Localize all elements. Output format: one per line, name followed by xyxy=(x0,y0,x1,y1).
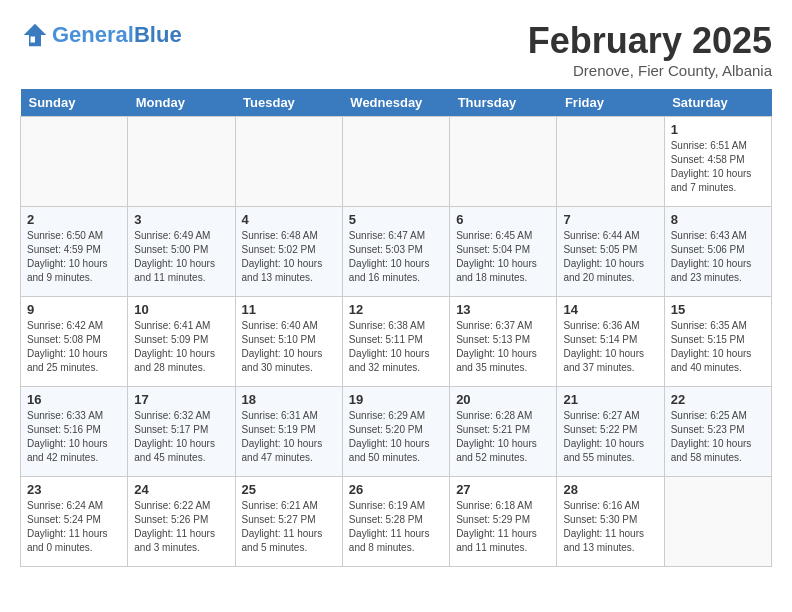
day-info: Sunrise: 6:41 AM Sunset: 5:09 PM Dayligh… xyxy=(134,319,228,375)
week-row-2: 9Sunrise: 6:42 AM Sunset: 5:08 PM Daylig… xyxy=(21,297,772,387)
header-day-tuesday: Tuesday xyxy=(235,89,342,117)
day-number: 17 xyxy=(134,392,228,407)
header-day-wednesday: Wednesday xyxy=(342,89,449,117)
day-info: Sunrise: 6:51 AM Sunset: 4:58 PM Dayligh… xyxy=(671,139,765,195)
day-info: Sunrise: 6:19 AM Sunset: 5:28 PM Dayligh… xyxy=(349,499,443,555)
day-info: Sunrise: 6:40 AM Sunset: 5:10 PM Dayligh… xyxy=(242,319,336,375)
location: Drenove, Fier County, Albania xyxy=(528,62,772,79)
day-info: Sunrise: 6:29 AM Sunset: 5:20 PM Dayligh… xyxy=(349,409,443,465)
day-info: Sunrise: 6:36 AM Sunset: 5:14 PM Dayligh… xyxy=(563,319,657,375)
day-info: Sunrise: 6:22 AM Sunset: 5:26 PM Dayligh… xyxy=(134,499,228,555)
day-info: Sunrise: 6:25 AM Sunset: 5:23 PM Dayligh… xyxy=(671,409,765,465)
day-number: 10 xyxy=(134,302,228,317)
calendar-cell xyxy=(342,117,449,207)
calendar-cell: 17Sunrise: 6:32 AM Sunset: 5:17 PM Dayli… xyxy=(128,387,235,477)
day-number: 28 xyxy=(563,482,657,497)
calendar-cell: 1Sunrise: 6:51 AM Sunset: 4:58 PM Daylig… xyxy=(664,117,771,207)
day-info: Sunrise: 6:21 AM Sunset: 5:27 PM Dayligh… xyxy=(242,499,336,555)
day-number: 19 xyxy=(349,392,443,407)
week-row-0: 1Sunrise: 6:51 AM Sunset: 4:58 PM Daylig… xyxy=(21,117,772,207)
calendar-cell xyxy=(557,117,664,207)
calendar-cell: 27Sunrise: 6:18 AM Sunset: 5:29 PM Dayli… xyxy=(450,477,557,567)
day-number: 4 xyxy=(242,212,336,227)
day-info: Sunrise: 6:38 AM Sunset: 5:11 PM Dayligh… xyxy=(349,319,443,375)
header-day-monday: Monday xyxy=(128,89,235,117)
calendar-cell xyxy=(450,117,557,207)
calendar-cell: 11Sunrise: 6:40 AM Sunset: 5:10 PM Dayli… xyxy=(235,297,342,387)
calendar-cell: 22Sunrise: 6:25 AM Sunset: 5:23 PM Dayli… xyxy=(664,387,771,477)
day-info: Sunrise: 6:43 AM Sunset: 5:06 PM Dayligh… xyxy=(671,229,765,285)
day-number: 15 xyxy=(671,302,765,317)
calendar-cell xyxy=(664,477,771,567)
calendar-cell xyxy=(21,117,128,207)
day-info: Sunrise: 6:27 AM Sunset: 5:22 PM Dayligh… xyxy=(563,409,657,465)
day-number: 26 xyxy=(349,482,443,497)
day-info: Sunrise: 6:18 AM Sunset: 5:29 PM Dayligh… xyxy=(456,499,550,555)
calendar-table: SundayMondayTuesdayWednesdayThursdayFrid… xyxy=(20,89,772,567)
day-info: Sunrise: 6:44 AM Sunset: 5:05 PM Dayligh… xyxy=(563,229,657,285)
calendar-cell: 23Sunrise: 6:24 AM Sunset: 5:24 PM Dayli… xyxy=(21,477,128,567)
day-info: Sunrise: 6:37 AM Sunset: 5:13 PM Dayligh… xyxy=(456,319,550,375)
day-number: 25 xyxy=(242,482,336,497)
day-number: 2 xyxy=(27,212,121,227)
svg-rect-2 xyxy=(31,37,36,43)
calendar-header-row: SundayMondayTuesdayWednesdayThursdayFrid… xyxy=(21,89,772,117)
day-info: Sunrise: 6:28 AM Sunset: 5:21 PM Dayligh… xyxy=(456,409,550,465)
calendar-cell: 19Sunrise: 6:29 AM Sunset: 5:20 PM Dayli… xyxy=(342,387,449,477)
calendar-cell: 18Sunrise: 6:31 AM Sunset: 5:19 PM Dayli… xyxy=(235,387,342,477)
calendar-cell xyxy=(235,117,342,207)
header-day-sunday: Sunday xyxy=(21,89,128,117)
calendar-cell xyxy=(128,117,235,207)
calendar-cell: 13Sunrise: 6:37 AM Sunset: 5:13 PM Dayli… xyxy=(450,297,557,387)
day-number: 3 xyxy=(134,212,228,227)
day-info: Sunrise: 6:47 AM Sunset: 5:03 PM Dayligh… xyxy=(349,229,443,285)
calendar-cell: 28Sunrise: 6:16 AM Sunset: 5:30 PM Dayli… xyxy=(557,477,664,567)
header-day-friday: Friday xyxy=(557,89,664,117)
calendar-cell: 24Sunrise: 6:22 AM Sunset: 5:26 PM Dayli… xyxy=(128,477,235,567)
logo: GeneralBlue xyxy=(20,20,182,50)
logo-icon xyxy=(20,20,50,50)
logo-text: GeneralBlue xyxy=(52,23,182,47)
calendar-cell: 2Sunrise: 6:50 AM Sunset: 4:59 PM Daylig… xyxy=(21,207,128,297)
week-row-4: 23Sunrise: 6:24 AM Sunset: 5:24 PM Dayli… xyxy=(21,477,772,567)
day-info: Sunrise: 6:45 AM Sunset: 5:04 PM Dayligh… xyxy=(456,229,550,285)
day-number: 7 xyxy=(563,212,657,227)
day-number: 6 xyxy=(456,212,550,227)
day-info: Sunrise: 6:48 AM Sunset: 5:02 PM Dayligh… xyxy=(242,229,336,285)
day-number: 24 xyxy=(134,482,228,497)
calendar-cell: 5Sunrise: 6:47 AM Sunset: 5:03 PM Daylig… xyxy=(342,207,449,297)
day-number: 14 xyxy=(563,302,657,317)
day-number: 18 xyxy=(242,392,336,407)
header-day-thursday: Thursday xyxy=(450,89,557,117)
day-info: Sunrise: 6:50 AM Sunset: 4:59 PM Dayligh… xyxy=(27,229,121,285)
calendar-cell: 7Sunrise: 6:44 AM Sunset: 5:05 PM Daylig… xyxy=(557,207,664,297)
day-number: 23 xyxy=(27,482,121,497)
day-number: 1 xyxy=(671,122,765,137)
calendar-cell: 16Sunrise: 6:33 AM Sunset: 5:16 PM Dayli… xyxy=(21,387,128,477)
calendar-cell: 20Sunrise: 6:28 AM Sunset: 5:21 PM Dayli… xyxy=(450,387,557,477)
day-info: Sunrise: 6:31 AM Sunset: 5:19 PM Dayligh… xyxy=(242,409,336,465)
calendar-cell: 25Sunrise: 6:21 AM Sunset: 5:27 PM Dayli… xyxy=(235,477,342,567)
day-number: 21 xyxy=(563,392,657,407)
day-number: 12 xyxy=(349,302,443,317)
calendar-cell: 21Sunrise: 6:27 AM Sunset: 5:22 PM Dayli… xyxy=(557,387,664,477)
calendar-cell: 15Sunrise: 6:35 AM Sunset: 5:15 PM Dayli… xyxy=(664,297,771,387)
day-info: Sunrise: 6:24 AM Sunset: 5:24 PM Dayligh… xyxy=(27,499,121,555)
day-info: Sunrise: 6:49 AM Sunset: 5:00 PM Dayligh… xyxy=(134,229,228,285)
calendar-cell: 10Sunrise: 6:41 AM Sunset: 5:09 PM Dayli… xyxy=(128,297,235,387)
calendar-cell: 26Sunrise: 6:19 AM Sunset: 5:28 PM Dayli… xyxy=(342,477,449,567)
calendar-cell: 3Sunrise: 6:49 AM Sunset: 5:00 PM Daylig… xyxy=(128,207,235,297)
week-row-3: 16Sunrise: 6:33 AM Sunset: 5:16 PM Dayli… xyxy=(21,387,772,477)
day-info: Sunrise: 6:32 AM Sunset: 5:17 PM Dayligh… xyxy=(134,409,228,465)
day-info: Sunrise: 6:35 AM Sunset: 5:15 PM Dayligh… xyxy=(671,319,765,375)
calendar-cell: 6Sunrise: 6:45 AM Sunset: 5:04 PM Daylig… xyxy=(450,207,557,297)
day-info: Sunrise: 6:33 AM Sunset: 5:16 PM Dayligh… xyxy=(27,409,121,465)
day-number: 20 xyxy=(456,392,550,407)
day-number: 16 xyxy=(27,392,121,407)
day-number: 9 xyxy=(27,302,121,317)
month-title: February 2025 xyxy=(528,20,772,62)
day-number: 27 xyxy=(456,482,550,497)
calendar-cell: 9Sunrise: 6:42 AM Sunset: 5:08 PM Daylig… xyxy=(21,297,128,387)
calendar-cell: 12Sunrise: 6:38 AM Sunset: 5:11 PM Dayli… xyxy=(342,297,449,387)
week-row-1: 2Sunrise: 6:50 AM Sunset: 4:59 PM Daylig… xyxy=(21,207,772,297)
